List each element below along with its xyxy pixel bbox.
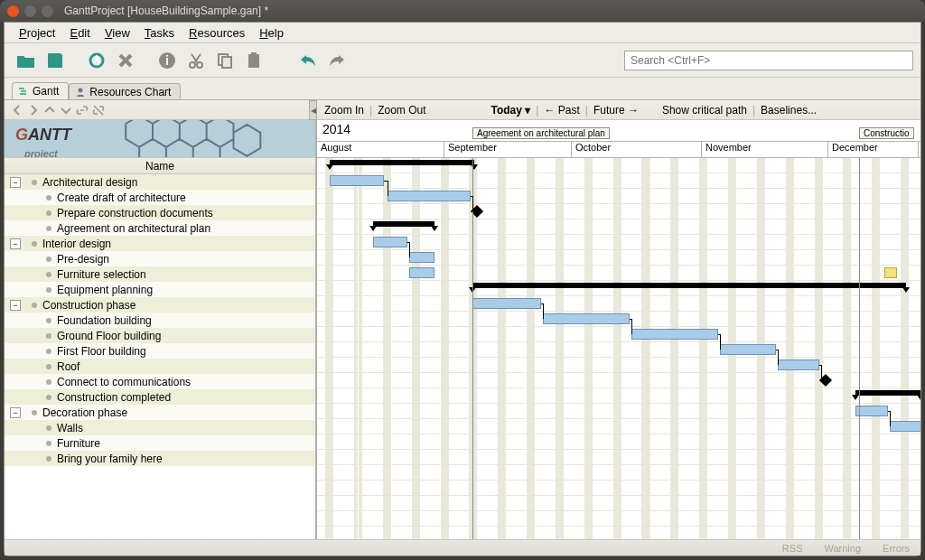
menu-tasks[interactable]: Tasks <box>137 24 182 42</box>
summary-bar[interactable] <box>373 221 434 227</box>
task-label: Agreement on architectural plan <box>57 222 210 235</box>
gantt-chart-panel: ◀ Zoom In | Zoom Out Today ▾ | ← Past | … <box>317 100 920 539</box>
summary-cap-icon <box>917 395 920 400</box>
baselines-button[interactable]: Baselines... <box>761 104 817 117</box>
expand-toggle[interactable]: − <box>10 238 21 249</box>
timeline-header: 2014 Agreement on architectural plan Con… <box>317 120 920 158</box>
copy-icon[interactable] <box>214 50 236 71</box>
svg-rect-11 <box>20 93 26 95</box>
cut-icon[interactable] <box>185 50 207 71</box>
summary-bar[interactable] <box>330 160 474 165</box>
grid-row <box>317 250 920 266</box>
gantt-chart-body[interactable] <box>317 158 920 539</box>
summary-bar[interactable] <box>855 390 920 396</box>
arrow-right-icon[interactable] <box>26 103 41 117</box>
menu-view[interactable]: View <box>98 24 137 42</box>
zoom-in-button[interactable]: Zoom In <box>324 104 364 117</box>
bullet-icon <box>46 364 51 369</box>
task-row[interactable]: Bring your family here <box>5 451 315 466</box>
task-row[interactable]: −Construction phase <box>5 297 315 313</box>
task-bar[interactable] <box>330 175 384 186</box>
logo-banner: GANTTproject <box>5 120 315 158</box>
tab-gantt[interactable]: Gantt <box>12 82 69 99</box>
maximize-window-button[interactable] <box>42 5 53 17</box>
task-label: Ground Floor building <box>57 330 161 342</box>
arrow-up-icon[interactable] <box>42 103 57 117</box>
task-row[interactable]: Connect to communications <box>5 374 315 389</box>
menu-help[interactable]: Help <box>252 24 291 42</box>
paste-icon[interactable] <box>243 50 265 71</box>
task-bar[interactable] <box>720 344 776 355</box>
delete-icon[interactable] <box>115 50 136 71</box>
task-bar[interactable] <box>373 237 407 247</box>
redo-icon[interactable] <box>326 50 348 71</box>
task-row[interactable]: −Decoration phase <box>5 405 315 420</box>
status-warning[interactable]: Warning <box>824 543 861 554</box>
task-row[interactable]: Furniture <box>5 435 315 451</box>
task-row[interactable]: Agreement on architectural plan <box>5 220 315 236</box>
task-row[interactable]: Equipment planning <box>5 282 315 297</box>
marker-construction: Constructio <box>859 127 914 139</box>
grid-row <box>317 204 920 219</box>
task-row[interactable]: First Floor building <box>5 343 315 359</box>
task-row[interactable]: Walls <box>5 420 315 435</box>
search-input[interactable] <box>624 51 913 70</box>
task-bar[interactable] <box>631 329 718 340</box>
expand-toggle[interactable]: − <box>10 177 21 188</box>
undo-icon[interactable] <box>297 50 319 71</box>
task-bar[interactable] <box>778 359 819 370</box>
status-rss[interactable]: RSS <box>782 543 803 554</box>
task-row[interactable]: Roof <box>5 359 315 374</box>
save-icon[interactable] <box>44 50 66 71</box>
task-bar[interactable] <box>409 267 434 278</box>
close-window-button[interactable] <box>7 5 19 17</box>
task-row[interactable]: −Architectural design <box>5 174 315 190</box>
marker-line <box>859 158 860 539</box>
task-row[interactable]: Create draft of architecture <box>5 190 315 205</box>
arrow-left-icon[interactable] <box>10 103 24 117</box>
task-bar[interactable] <box>472 298 541 309</box>
note-icon[interactable] <box>884 267 897 278</box>
task-tree[interactable]: −Architectural designCreate draft of arc… <box>5 174 315 539</box>
bullet-icon <box>46 287 51 293</box>
bullet-icon <box>32 410 37 415</box>
dependency-line <box>388 181 388 196</box>
expand-toggle[interactable]: − <box>10 407 21 418</box>
critical-path-button[interactable]: Show critical path <box>662 104 747 117</box>
task-bar[interactable] <box>409 252 434 263</box>
task-row[interactable]: Ground Floor building <box>5 328 315 343</box>
past-button[interactable]: ← Past <box>544 104 579 117</box>
task-bar[interactable] <box>543 313 630 324</box>
menu-project[interactable]: Project <box>12 24 62 42</box>
menu-resources[interactable]: Resources <box>182 24 252 42</box>
task-bar[interactable] <box>855 406 888 416</box>
tab-resources[interactable]: Resources Chart <box>69 83 181 100</box>
link-icon[interactable] <box>75 103 89 117</box>
task-row[interactable]: Foundation building <box>5 313 315 328</box>
task-bar[interactable] <box>388 191 471 201</box>
task-label: First Floor building <box>57 345 146 358</box>
minimize-window-button[interactable] <box>24 5 36 17</box>
task-row[interactable]: −Interior design <box>5 236 315 251</box>
column-header-name[interactable]: Name <box>5 158 315 174</box>
task-label: Foundation building <box>57 314 152 327</box>
menu-edit[interactable]: Edit <box>62 24 97 42</box>
task-bar[interactable] <box>890 421 920 432</box>
task-row[interactable]: Furniture selection <box>5 266 315 282</box>
refresh-icon[interactable] <box>86 50 107 71</box>
task-row[interactable]: Construction completed <box>5 389 315 405</box>
unlink-icon[interactable] <box>91 103 106 117</box>
summary-cap-icon <box>852 395 859 400</box>
status-errors[interactable]: Errors <box>883 543 910 554</box>
task-row[interactable]: Pre-design <box>5 251 315 266</box>
open-icon[interactable] <box>15 50 37 71</box>
arrow-down-icon[interactable] <box>59 103 73 117</box>
summary-bar[interactable] <box>472 283 906 288</box>
info-icon[interactable]: i <box>156 50 178 71</box>
zoom-out-button[interactable]: Zoom Out <box>378 104 425 117</box>
expand-toggle[interactable]: − <box>10 300 21 311</box>
task-row[interactable]: Prepare construction documents <box>5 205 315 220</box>
today-button[interactable]: Today ▾ <box>491 104 531 117</box>
future-button[interactable]: Future → <box>593 104 639 117</box>
panel-splitter[interactable]: ◀ <box>309 100 317 120</box>
